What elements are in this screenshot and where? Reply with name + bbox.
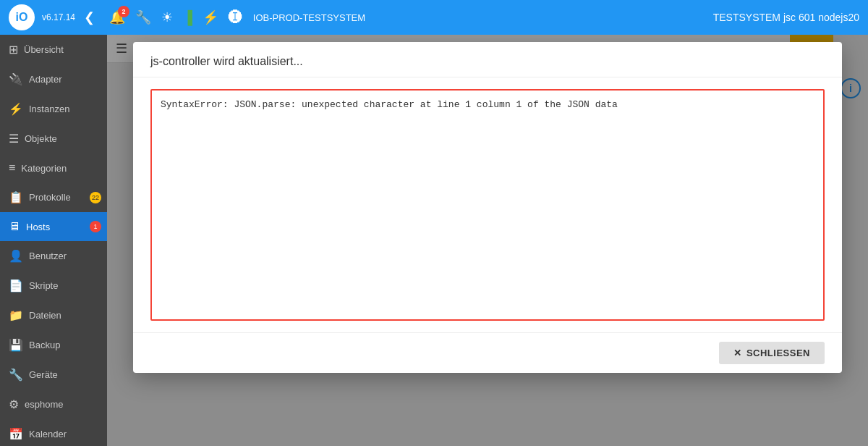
uebersicht-label: Übersicht: [24, 44, 64, 55]
sidebar-item-protokolle[interactable]: 📋Protokolle22: [0, 182, 107, 212]
sidebar-item-kategorien[interactable]: ≡Kategorien: [0, 153, 107, 182]
error-output: SyntaxError: JSON.parse: unexpected char…: [150, 89, 825, 321]
esphome-label: esphome: [25, 399, 63, 410]
protokolle-label: Protokolle: [29, 192, 71, 203]
objekte-icon: ☰: [9, 132, 19, 146]
notification-badge: 2: [118, 6, 129, 17]
protokolle-badge: 22: [90, 192, 101, 203]
instanzen-icon: ⚡: [9, 102, 23, 116]
protokolle-icon: 📋: [9, 190, 23, 204]
sidebar-item-kalender[interactable]: 📅Kalender: [0, 419, 107, 446]
iob-logo-icon[interactable]: 🅘: [229, 9, 243, 26]
hosts-label: Hosts: [26, 222, 50, 232]
sidebar-item-adapter[interactable]: 🔌Adapter: [0, 64, 107, 94]
kalender-label: Kalender: [29, 429, 67, 439]
geraete-icon: 🔧: [9, 368, 23, 382]
iob-system-label: IOB-PROD-TESTSYSTEM: [253, 12, 365, 23]
hosts-icon: 🖥: [9, 220, 20, 233]
topbar: iO v6.17.14 ❮ 🔔 2 🔧 ☀ ▐ ⚡ 🅘 IOB-PROD-TES…: [0, 0, 868, 35]
sidebar-item-esphome[interactable]: ⚙esphome: [0, 390, 107, 419]
modal-footer: ✕ SCHLIESSEN: [133, 332, 842, 373]
skripte-label: Skripte: [29, 280, 58, 291]
notifications-icon[interactable]: 🔔 2: [109, 9, 125, 25]
backup-icon: 💾: [9, 338, 23, 352]
backup-label: Backup: [29, 340, 60, 350]
benutzer-label: Benutzer: [29, 251, 67, 261]
close-button[interactable]: ✕ SCHLIESSEN: [719, 342, 825, 364]
skripte-icon: 📄: [9, 279, 23, 293]
sidebar-item-uebersicht[interactable]: ⊞Übersicht: [0, 35, 107, 64]
sidebar-item-backup[interactable]: 💾Backup: [0, 330, 107, 360]
sidebar-item-instanzen[interactable]: ⚡Instanzen: [0, 94, 107, 124]
version-label: v6.17.14: [42, 12, 75, 22]
sidebar-item-geraete[interactable]: 🔧Geräte: [0, 360, 107, 390]
dateien-icon: 📁: [9, 308, 23, 322]
dateien-label: Dateien: [29, 310, 61, 321]
objekte-label: Objekte: [25, 133, 57, 144]
sidebar-item-objekte[interactable]: ☰Objekte: [0, 124, 107, 153]
modal-body: SyntaxError: JSON.parse: unexpected char…: [133, 77, 842, 332]
system-name: TESTSYSTEM jsc 601 nodejs20: [713, 12, 859, 23]
kategorien-icon: ≡: [9, 161, 15, 174]
logo: iO: [9, 4, 35, 30]
adapter-label: Adapter: [29, 74, 62, 85]
uebersicht-icon: ⊞: [9, 43, 18, 56]
wrench-icon[interactable]: 🔧: [135, 9, 151, 25]
sidebar-item-dateien[interactable]: 📁Dateien: [0, 300, 107, 330]
theme-icon[interactable]: ☀: [161, 9, 173, 25]
close-label: SCHLIESSEN: [746, 348, 810, 358]
layout: ⊞Übersicht🔌Adapter⚡Instanzen☰Objekte≡Kat…: [0, 35, 868, 446]
kalender-icon: 📅: [9, 427, 23, 441]
signal-icon[interactable]: ▐: [183, 10, 192, 25]
sidebar-item-hosts[interactable]: 🖥Hosts1: [0, 212, 107, 241]
topbar-icons: 🔔 2 🔧 ☀ ▐ ⚡ 🅘 IOB-PROD-TESTSYSTEM: [109, 9, 365, 26]
modal-dialog: js-controller wird aktualisiert... Synta…: [133, 42, 842, 373]
benutzer-icon: 👤: [9, 249, 23, 263]
collapse-button[interactable]: ❮: [84, 9, 95, 25]
main-area: ☰ ↻ i js-controller wird aktualisiert...…: [107, 35, 868, 446]
instanzen-label: Instanzen: [29, 104, 69, 114]
adapter-icon: 🔌: [9, 72, 23, 86]
sidebar-item-skripte[interactable]: 📄Skripte: [0, 271, 107, 300]
close-x-icon: ✕: [733, 348, 742, 358]
hosts-badge: 1: [90, 221, 101, 232]
wifi-icon[interactable]: ⚡: [203, 9, 218, 25]
kategorien-label: Kategorien: [21, 163, 67, 174]
modal-title: js-controller wird aktualisiert...: [133, 42, 842, 77]
modal-overlay: js-controller wird aktualisiert... Synta…: [107, 35, 868, 446]
geraete-label: Geräte: [29, 369, 58, 380]
sidebar: ⊞Übersicht🔌Adapter⚡Instanzen☰Objekte≡Kat…: [0, 35, 107, 446]
esphome-icon: ⚙: [9, 397, 19, 411]
sidebar-item-benutzer[interactable]: 👤Benutzer: [0, 241, 107, 271]
